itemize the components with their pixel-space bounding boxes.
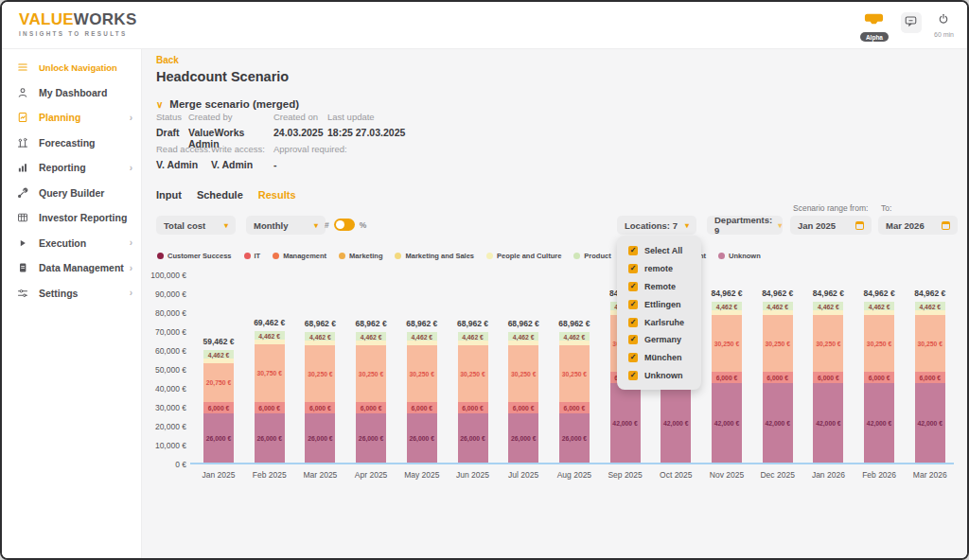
tab-results[interactable]: Results xyxy=(258,189,296,201)
sidebar-item-label: Forecasting xyxy=(39,137,96,149)
departments-select[interactable]: Departments: 9▾ xyxy=(707,216,783,235)
dropdown-option-label: Select All xyxy=(644,246,682,255)
dropdown-option-muenchen[interactable]: ✓München xyxy=(617,349,701,367)
checkbox-checked-icon[interactable]: ✓ xyxy=(628,246,638,255)
scenario-collapse-row[interactable]: ∨ Merge scenario (merged) xyxy=(156,98,299,110)
document-icon xyxy=(16,262,29,273)
meta-label: Write access: xyxy=(211,144,273,154)
chevron-down-icon: ∨ xyxy=(156,99,163,110)
bar-total-label: 69,462 € xyxy=(241,318,298,327)
dropdown-option-label: Germany xyxy=(644,335,681,344)
dropdown-option-unknown[interactable]: ✓Unknown xyxy=(617,367,701,385)
bar-segment-stack-4[interactable] xyxy=(305,341,335,345)
dropdown-option-germany[interactable]: ✓Germany xyxy=(617,331,701,349)
feedback-button[interactable] xyxy=(901,12,922,33)
bar-segment-stack-4[interactable] xyxy=(813,310,843,315)
legend-item[interactable]: Management xyxy=(273,252,326,260)
dropdown-option-remote[interactable]: ✓Remote xyxy=(617,278,701,296)
bar-segment-stack-4[interactable] xyxy=(559,341,590,345)
meta-label: Status xyxy=(156,112,188,122)
sidebar-item-unlock-navigation[interactable]: Unlock Navigation xyxy=(2,55,141,80)
dropdown-option-label: München xyxy=(644,353,682,362)
dropdown-option-ettlingen[interactable]: ✓Ettlingen xyxy=(617,295,701,313)
bar-segment-stack-4[interactable] xyxy=(915,310,945,315)
unit-toggle[interactable] xyxy=(334,219,355,231)
bar-segment-stack-4[interactable] xyxy=(458,341,488,345)
bar-segment-stack-4[interactable] xyxy=(712,310,742,315)
planning-document-icon xyxy=(16,112,29,123)
checkbox-checked-icon[interactable]: ✓ xyxy=(628,335,638,344)
chat-bubble-icon xyxy=(905,14,917,31)
range-to-picker[interactable]: Mar 2026 xyxy=(878,216,958,235)
bar-segment-stack-4[interactable] xyxy=(203,359,234,363)
sidebar-item-label: Investor Reporting xyxy=(39,212,127,223)
tab-schedule[interactable]: Schedule xyxy=(197,189,243,201)
legend-dot xyxy=(573,253,580,259)
sidebar-item-data-management[interactable]: Data Management › xyxy=(2,255,141,281)
bar-total-label: 68,962 € xyxy=(546,319,603,328)
calendar-icon xyxy=(942,221,950,230)
sidebar-item-my-dashboard[interactable]: My Dashboard xyxy=(2,80,141,106)
sidebar-item-query-builder[interactable]: Query Builder xyxy=(2,181,141,206)
x-axis-label: Feb 2025 xyxy=(244,470,295,480)
legend-item[interactable]: Unknown xyxy=(718,252,761,260)
sidebar-item-forecasting[interactable]: Forecasting xyxy=(2,131,141,156)
x-axis-label: Jul 2025 xyxy=(498,470,549,480)
period-select[interactable]: Monthly▾ xyxy=(246,216,326,235)
logo-text-value: VALUE xyxy=(19,10,74,28)
sidebar-item-planning[interactable]: Planning › xyxy=(2,105,141,131)
legend-item[interactable]: Marketing xyxy=(339,252,382,260)
x-axis-label: Sep 2025 xyxy=(600,470,651,480)
checkbox-checked-icon[interactable]: ✓ xyxy=(628,300,638,309)
locations-select[interactable]: Locations: 7▾ xyxy=(617,216,696,235)
back-link[interactable]: Back xyxy=(156,55,179,65)
checkbox-checked-icon[interactable]: ✓ xyxy=(628,264,638,273)
metric-select[interactable]: Total cost▾ xyxy=(156,216,236,235)
checkbox-checked-icon[interactable]: ✓ xyxy=(628,318,638,327)
bar-segment-stack-4[interactable] xyxy=(356,341,386,345)
bar-segment-value: 6,000 € xyxy=(864,375,894,381)
bar-segment-stack-4[interactable] xyxy=(864,310,894,315)
legend-item[interactable]: Product xyxy=(573,252,610,260)
bar-total-label: 68,962 € xyxy=(343,319,399,328)
x-axis-label: Jun 2025 xyxy=(448,470,499,480)
bar-segment-value: 42,000 € xyxy=(915,420,945,427)
bar-segment-value: 6,000 € xyxy=(915,375,945,381)
bar-segment-value: 26,000 € xyxy=(255,435,285,442)
legend-item[interactable]: IT xyxy=(244,252,261,260)
checkbox-checked-icon[interactable]: ✓ xyxy=(628,353,638,362)
x-axis-label: Mar 2026 xyxy=(905,470,956,480)
meta-value: 24.03.2025 xyxy=(273,127,327,138)
person-icon xyxy=(16,87,29,98)
period-select-value: Monthly xyxy=(254,220,288,231)
bar-segment-value: 4,462 € xyxy=(508,334,538,341)
bar-segment-value: 42,000 € xyxy=(864,420,894,427)
bar-segment-value: 42,000 € xyxy=(712,420,742,427)
bar-segment-value: 6,000 € xyxy=(712,375,742,381)
dropdown-option-select-all[interactable]: ✓Select All xyxy=(617,242,701,260)
legend-item[interactable]: Customer Success xyxy=(157,252,232,260)
bar-segment-value: 6,000 € xyxy=(559,405,590,411)
bar-segment-stack-4[interactable] xyxy=(407,341,437,345)
bar-segment-stack-4[interactable] xyxy=(255,340,285,344)
sidebar-item-settings[interactable]: Settings › xyxy=(2,281,141,306)
tab-input[interactable]: Input xyxy=(156,189,182,201)
legend-item[interactable]: Marketing and Sales xyxy=(395,252,474,260)
y-axis-label: 70,000 € xyxy=(142,327,186,337)
range-from-picker[interactable]: Jan 2025 xyxy=(790,216,872,235)
bar-segment-value: 30,250 € xyxy=(763,341,793,347)
dropdown-option-remote-lower[interactable]: ✓remote xyxy=(617,260,701,278)
sidebar-item-investor-reporting[interactable]: Investor Reporting xyxy=(2,205,141,231)
sidebar-item-execution[interactable]: Execution › xyxy=(2,231,141,256)
dropdown-option-karlsruhe[interactable]: ✓Karlsruhe xyxy=(617,313,701,331)
bar-segment-stack-4[interactable] xyxy=(508,341,538,345)
checkbox-checked-icon[interactable]: ✓ xyxy=(628,371,638,380)
session-timer[interactable]: 60 min xyxy=(934,9,954,38)
sidebar-item-reporting[interactable]: Reporting › xyxy=(2,155,141,181)
checkbox-checked-icon[interactable]: ✓ xyxy=(628,282,638,291)
chevron-right-icon: › xyxy=(130,237,132,248)
bar-segment-stack-4[interactable] xyxy=(763,310,793,315)
legend-item[interactable]: People and Culture xyxy=(486,252,561,260)
bar-segment-value: 4,462 € xyxy=(255,333,285,340)
bar-segment-value: 26,000 € xyxy=(508,435,538,442)
